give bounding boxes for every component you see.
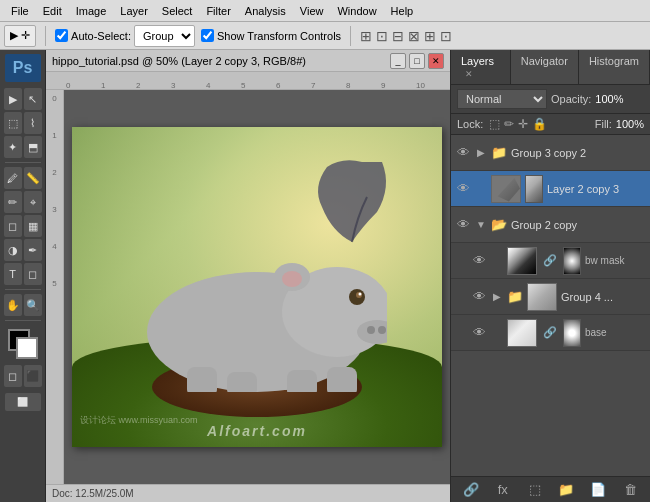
fill-value: 100%	[616, 118, 644, 130]
tab-layers-close[interactable]: ✕	[465, 69, 473, 79]
direct-select-tool[interactable]: ↖	[24, 88, 42, 110]
lasso-tool[interactable]: ⌇	[24, 112, 42, 134]
autoselect-dropdown[interactable]: Group Layer	[134, 25, 195, 47]
standard-mode[interactable]: ◻	[4, 365, 22, 387]
transform-check[interactable]	[201, 29, 214, 42]
tab-layers[interactable]: Layers ✕	[451, 50, 511, 84]
layers-panel: Normal Opacity: 100% Lock: ⬚ ✏ ✛ 🔒 Fill:	[451, 85, 650, 502]
new-layer-button[interactable]: 📄	[588, 481, 608, 499]
hand-tool[interactable]: ✋	[4, 294, 22, 316]
menu-analysis[interactable]: Analysis	[238, 3, 293, 19]
status-text: Doc: 12.5M/25.0M	[52, 488, 134, 499]
add-mask-button[interactable]: ⬚	[525, 481, 545, 499]
layer-item-blackwhite[interactable]: 👁 🔗 bw mask	[451, 243, 650, 279]
lock-image-icon[interactable]: ✏	[504, 117, 514, 131]
screen-mode[interactable]: ⬜	[5, 393, 41, 411]
layer-name-bottom: base	[585, 327, 646, 338]
clone-tool[interactable]: ⌖	[24, 191, 42, 213]
maximize-button[interactable]: □	[409, 53, 425, 69]
shape-tool[interactable]: ◻	[24, 263, 42, 285]
text-tool[interactable]: T	[4, 263, 22, 285]
tab-histogram[interactable]: Histogram	[579, 50, 650, 84]
tool-sep-1	[5, 162, 41, 163]
blend-mode-select[interactable]: Normal	[457, 89, 547, 109]
eraser-tool[interactable]: ◻	[4, 215, 22, 237]
expand-group2copy[interactable]: ▼	[475, 219, 487, 231]
expand-group4[interactable]: ▶	[491, 291, 503, 303]
lock-transparent-icon[interactable]: ⬚	[489, 117, 500, 131]
layer-eye-group4[interactable]: 👁	[471, 289, 487, 305]
link-layers-button[interactable]: 🔗	[461, 481, 481, 499]
layer-link-icon: 🔗	[543, 254, 557, 267]
background-color[interactable]	[16, 337, 38, 359]
menu-filter[interactable]: Filter	[199, 3, 237, 19]
menu-file[interactable]: File	[4, 3, 36, 19]
transform-checkbox[interactable]: Show Transform Controls	[201, 29, 341, 42]
canvas-bg[interactable]: 设计论坛 www.missyuan.com Alfoart.com	[64, 90, 450, 484]
hand-tools: ✋ 🔍	[4, 294, 42, 316]
ps-logo: Ps	[5, 54, 41, 82]
magic-tools: ✦ ⬒	[4, 136, 42, 158]
layer-thumb-bottom	[507, 319, 537, 347]
layer-item-layer2copy3[interactable]: 👁 Layer 2 copy 3	[451, 171, 650, 207]
lock-all-icon[interactable]: 🔒	[532, 117, 547, 131]
left-toolbar: Ps ▶ ↖ ⬚ ⌇ ✦ ⬒ 🖉 📏 ✏ ⌖ ◻ ▦ ◑ ✒	[0, 50, 46, 502]
quickmask-mode[interactable]: ⬛	[24, 365, 42, 387]
crop-tool[interactable]: ⬒	[24, 136, 42, 158]
opacity-label: Opacity:	[551, 93, 591, 105]
new-group-button[interactable]: 📁	[556, 481, 576, 499]
ruler-tool[interactable]: 📏	[24, 167, 42, 189]
layer-eye-group3copy2[interactable]: 👁	[455, 145, 471, 161]
pen-tool[interactable]: ✒	[24, 239, 42, 261]
layer-link2-icon: 🔗	[543, 326, 557, 339]
gradient-tool[interactable]: ▦	[24, 215, 42, 237]
eyedropper-tool[interactable]: 🖉	[4, 167, 22, 189]
arrow-tool[interactable]: ▶	[4, 88, 22, 110]
dodge-tool[interactable]: ◑	[4, 239, 22, 261]
menu-help[interactable]: Help	[384, 3, 421, 19]
svg-rect-8	[187, 367, 217, 392]
options-bar: ▶ ✛ Auto-Select: Group Layer Show Transf…	[0, 22, 650, 50]
layer-mask-blackwhite	[563, 247, 581, 275]
layer-eye-group2copy[interactable]: 👁	[455, 217, 471, 233]
tab-navigator[interactable]: Navigator	[511, 50, 579, 84]
layer-item-bottom[interactable]: 👁 🔗 base	[451, 315, 650, 351]
marquee-tool[interactable]: ⬚	[4, 112, 22, 134]
color-boxes	[5, 329, 41, 359]
brush-tool[interactable]: ✏	[4, 191, 22, 213]
menu-window[interactable]: Window	[330, 3, 383, 19]
layer-thumb-blackwhite	[507, 247, 537, 275]
delete-layer-button[interactable]: 🗑	[620, 481, 640, 499]
layer-eye-layer2copy3[interactable]: 👁	[455, 181, 471, 197]
layer-item-group2copy[interactable]: 👁 ▼ 📂 Group 2 copy	[451, 207, 650, 243]
panel-bottom: 🔗 fx ⬚ 📁 📄 🗑	[451, 476, 650, 502]
canvas-title-bar: hippo_tutorial.psd @ 50% (Layer 2 copy 3…	[46, 50, 450, 72]
layer-name-layer2copy3: Layer 2 copy 3	[547, 183, 646, 195]
svg-rect-10	[287, 370, 317, 392]
menu-layer[interactable]: Layer	[113, 3, 155, 19]
layer-eye-blackwhite[interactable]: 👁	[471, 253, 487, 269]
menu-select[interactable]: Select	[155, 3, 200, 19]
transform-label: Show Transform Controls	[217, 30, 341, 42]
minimize-button[interactable]: _	[390, 53, 406, 69]
autoselect-check[interactable]	[55, 29, 68, 42]
fill-label: Fill:	[595, 118, 612, 130]
folder-icon-group2copy: 📂	[491, 217, 507, 233]
zoom-tool[interactable]: 🔍	[24, 294, 42, 316]
layer-item-group3copy2[interactable]: 👁 ▶ 📁 Group 3 copy 2	[451, 135, 650, 171]
mode-tools: ◻ ⬛	[4, 365, 42, 387]
menu-view[interactable]: View	[293, 3, 331, 19]
lock-position-icon[interactable]: ✛	[518, 117, 528, 131]
move-tool-button[interactable]: ▶ ✛	[4, 25, 36, 47]
close-button[interactable]: ✕	[428, 53, 444, 69]
autoselect-checkbox[interactable]: Auto-Select: Group Layer	[55, 25, 195, 47]
layer-item-group4[interactable]: 👁 ▶ 📁 Group 4 ...	[451, 279, 650, 315]
opacity-row: Opacity: 100%	[551, 93, 625, 105]
layer-mask2	[563, 319, 581, 347]
menu-edit[interactable]: Edit	[36, 3, 69, 19]
menu-image[interactable]: Image	[69, 3, 114, 19]
layer-effects-button[interactable]: fx	[493, 481, 513, 499]
layer-eye-bottom[interactable]: 👁	[471, 325, 487, 341]
magic-wand-tool[interactable]: ✦	[4, 136, 22, 158]
expand-group3copy2[interactable]: ▶	[475, 147, 487, 159]
